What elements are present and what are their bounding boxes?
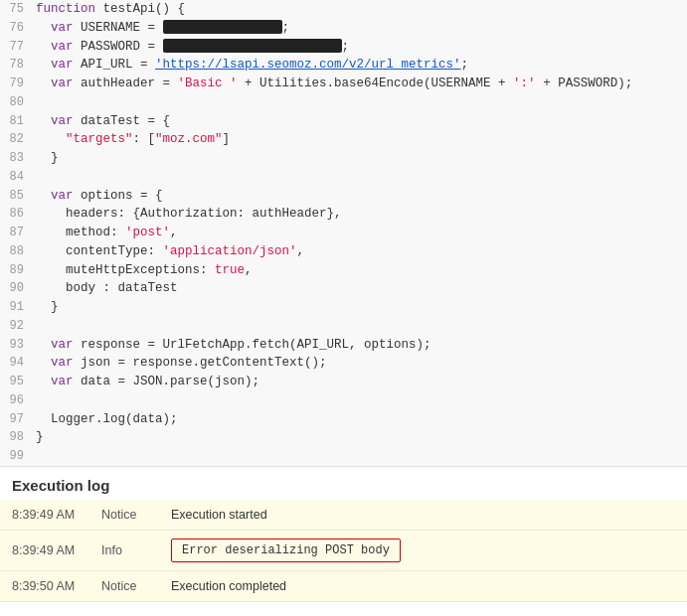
line-content: var json = response.getContentText(); <box>36 354 687 373</box>
code-line: 97 Logger.log(data); <box>0 410 687 429</box>
line-content: body : dataTest <box>36 279 687 298</box>
line-content: } <box>36 428 687 447</box>
code-line: 90 body : dataTest <box>0 279 687 298</box>
code-line: 79 var authHeader = 'Basic ' + Utilities… <box>0 75 687 93</box>
code-line: 82 "targets": ["moz.com"] <box>0 130 687 149</box>
code-line: 78 var API_URL = 'https://lsapi.seomoz.c… <box>0 56 687 75</box>
line-content <box>36 93 687 112</box>
line-number: 92 <box>0 317 36 336</box>
code-line: 96 <box>0 391 687 410</box>
line-content <box>36 168 687 187</box>
code-line: 93 var response = UrlFetchApp.fetch(API_… <box>0 336 687 355</box>
exec-log-header: Execution log <box>0 466 687 500</box>
line-number: 96 <box>0 391 36 410</box>
code-line: 92 <box>0 317 687 336</box>
log-row: 8:39:49 AMInfoError deserializing POST b… <box>0 530 687 570</box>
line-number: 80 <box>0 93 36 112</box>
line-number: 95 <box>0 373 36 391</box>
log-message: Execution completed <box>159 570 687 601</box>
log-timestamp: 8:39:49 AM <box>0 530 89 570</box>
code-line: 98} <box>0 428 687 447</box>
exec-log-section: Execution log 8:39:49 AMNoticeExecution … <box>0 466 687 602</box>
code-line: 95 var data = JSON.parse(json); <box>0 373 687 391</box>
line-number: 82 <box>0 130 36 149</box>
log-row: 8:39:49 AMNoticeExecution started <box>0 500 687 531</box>
line-number: 77 <box>0 38 36 57</box>
line-number: 83 <box>0 149 36 168</box>
line-content: var dataTest = { <box>36 112 687 131</box>
line-content <box>36 391 687 410</box>
log-level: Info <box>89 530 159 570</box>
line-number: 75 <box>0 0 36 19</box>
code-line: 86 headers: {Authorization: authHeader}, <box>0 205 687 224</box>
line-content <box>36 447 687 466</box>
line-content: } <box>36 149 687 168</box>
line-content: var response = UrlFetchApp.fetch(API_URL… <box>36 336 687 355</box>
line-number: 91 <box>0 298 36 317</box>
code-line: 87 method: 'post', <box>0 224 687 242</box>
code-line: 75function testApi() { <box>0 0 687 19</box>
code-line: 77 var PASSWORD = ; <box>0 38 687 57</box>
code-line: 99 <box>0 447 687 466</box>
line-content: muteHttpExceptions: true, <box>36 261 687 280</box>
line-number: 88 <box>0 242 36 261</box>
line-number: 76 <box>0 19 36 38</box>
line-content: Logger.log(data); <box>36 410 687 429</box>
line-content <box>36 317 687 336</box>
code-line: 83 } <box>0 149 687 168</box>
code-line: 85 var options = { <box>0 187 687 206</box>
line-content: function testApi() { <box>36 0 687 19</box>
line-number: 93 <box>0 336 36 355</box>
line-content: method: 'post', <box>36 224 687 242</box>
line-content: var options = { <box>36 187 687 206</box>
log-message: Execution started <box>159 500 687 531</box>
log-row: 8:39:50 AMNoticeExecution completed <box>0 570 687 601</box>
line-content: contentType: 'application/json', <box>36 242 687 261</box>
line-content: var USERNAME = ; <box>36 19 687 38</box>
line-number: 97 <box>0 410 36 429</box>
code-line: 76 var USERNAME = ; <box>0 19 687 38</box>
line-number: 81 <box>0 112 36 131</box>
code-line: 81 var dataTest = { <box>0 112 687 131</box>
line-content: var API_URL = 'https://lsapi.seomoz.com/… <box>36 56 687 75</box>
code-line: 84 <box>0 168 687 187</box>
log-timestamp: 8:39:50 AM <box>0 570 89 601</box>
line-content: "targets": ["moz.com"] <box>36 130 687 149</box>
line-content: var data = JSON.parse(json); <box>36 373 687 391</box>
code-line: 88 contentType: 'application/json', <box>0 242 687 261</box>
line-content: headers: {Authorization: authHeader}, <box>36 205 687 224</box>
line-number: 99 <box>0 447 36 466</box>
line-number: 86 <box>0 205 36 224</box>
line-content: var PASSWORD = ; <box>36 38 687 57</box>
code-line: 94 var json = response.getContentText(); <box>0 354 687 373</box>
line-number: 94 <box>0 354 36 373</box>
line-number: 87 <box>0 224 36 242</box>
line-content: } <box>36 298 687 317</box>
line-number: 79 <box>0 75 36 93</box>
code-line: 80 <box>0 93 687 112</box>
line-number: 89 <box>0 261 36 280</box>
line-number: 85 <box>0 187 36 206</box>
line-content: var authHeader = 'Basic ' + Utilities.ba… <box>36 75 687 93</box>
log-level: Notice <box>89 570 159 601</box>
code-line: 91 } <box>0 298 687 317</box>
line-number: 90 <box>0 279 36 298</box>
log-message: Error deserializing POST body <box>159 530 687 570</box>
code-area: 75function testApi() {76 var USERNAME = … <box>0 0 687 466</box>
line-number: 98 <box>0 428 36 447</box>
line-number: 84 <box>0 168 36 187</box>
log-timestamp: 8:39:49 AM <box>0 500 89 531</box>
line-number: 78 <box>0 56 36 75</box>
code-line: 89 muteHttpExceptions: true, <box>0 261 687 280</box>
log-level: Notice <box>89 500 159 531</box>
